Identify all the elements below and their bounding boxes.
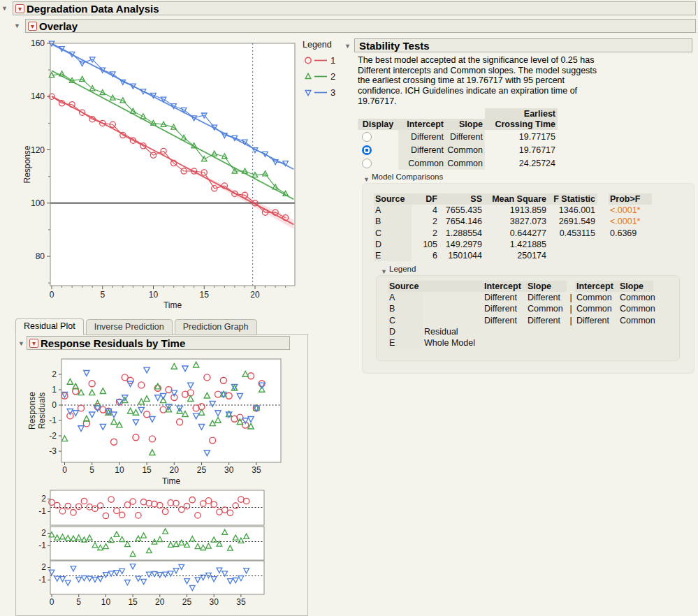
table-cell: Whole Model	[423, 337, 483, 349]
table-cell	[423, 292, 483, 303]
disclosure-triangle-residuals[interactable]: ▼	[18, 340, 24, 347]
svg-text:15: 15	[128, 597, 138, 607]
svg-text:5: 5	[100, 290, 105, 300]
column-header: Slope	[618, 281, 653, 292]
table-cell: D	[374, 239, 412, 250]
anova-table: SourceDFSSMean SquareF StatisticProb>FA4…	[374, 193, 652, 261]
disclosure-triangle-overlay[interactable]: ▼	[14, 22, 20, 29]
triangle-down-marker-icon	[303, 87, 330, 98]
table-cell: Common	[618, 292, 653, 303]
svg-text:2: 2	[52, 369, 57, 379]
table-cell: 1.288554	[439, 228, 484, 239]
triangle-up-marker-icon	[303, 71, 330, 82]
red-triangle-menu-icon[interactable]: ▾	[15, 4, 24, 13]
svg-text:Time: Time	[163, 300, 182, 310]
table-cell: Common	[446, 143, 485, 156]
table-cell: Different	[483, 303, 526, 314]
column-header: Display	[358, 119, 398, 130]
svg-text:35: 35	[252, 465, 261, 475]
tab-residual-plot[interactable]: Residual Plot	[15, 318, 84, 335]
column-header	[423, 281, 483, 292]
svg-text:25: 25	[197, 465, 207, 475]
column-header	[567, 281, 575, 292]
display-radio-3[interactable]	[362, 159, 372, 168]
table-cell: Common	[618, 303, 653, 314]
display-radio-cell	[358, 156, 398, 170]
table-cell: 2691.549	[548, 216, 597, 227]
overlay-plot[interactable]: 0510152080100120140160TimeResponse	[21, 39, 328, 315]
legend-item-3: 3	[303, 87, 335, 98]
table-cell	[567, 337, 575, 349]
table-cell: 105	[412, 239, 439, 250]
residuals-panel-plot[interactable]: 2-12-12-105101520253035	[24, 485, 305, 613]
column-header: Intercept	[575, 281, 618, 292]
table-cell	[423, 303, 483, 314]
svg-text:15: 15	[142, 465, 152, 475]
table-cell: A	[374, 205, 412, 216]
legend-item-label: 2	[330, 71, 335, 82]
svg-text:10: 10	[115, 465, 124, 475]
svg-text:160: 160	[31, 39, 45, 48]
svg-text:20: 20	[155, 597, 165, 607]
svg-text:Residuals: Residuals	[37, 393, 47, 430]
column-header: Mean Square	[484, 193, 548, 205]
outline-bar-stability: Stability Tests	[354, 38, 692, 52]
svg-text:-1: -1	[49, 416, 57, 425]
table-cell	[423, 315, 483, 326]
svg-text:10: 10	[149, 290, 159, 300]
page-title: Degradation Data Analysis	[27, 3, 159, 15]
svg-text:-3: -3	[49, 446, 57, 456]
residuals-scatter-plot[interactable]: 210-1-2-305101520253035TimeResponseResid…	[28, 353, 307, 489]
svg-text:1: 1	[52, 385, 57, 395]
display-radio-2[interactable]	[362, 145, 372, 155]
column-header: Slope	[526, 281, 567, 292]
table-cell: C	[388, 315, 423, 326]
svg-text:140: 140	[31, 91, 45, 101]
table-cell: <.0001*	[609, 216, 652, 227]
disclosure-triangle-stability[interactable]: ▼	[344, 43, 351, 50]
table-cell: Common	[575, 292, 618, 303]
tab-prediction-graph[interactable]: Prediction Graph	[175, 319, 257, 335]
table-cell: 0.6369	[609, 228, 652, 239]
svg-text:100: 100	[31, 198, 45, 208]
legend-item-1: 1	[303, 55, 335, 66]
column-header: F Statistic	[548, 193, 597, 205]
disclosure-triangle-model-comparisons[interactable]: ▼	[363, 176, 370, 183]
spacer-cell	[597, 216, 609, 227]
red-triangle-menu-icon[interactable]: ▾	[28, 22, 37, 31]
table-cell: 7655.435	[439, 205, 484, 216]
table-cell	[618, 337, 653, 349]
table-cell	[526, 326, 567, 337]
tab-inverse-prediction[interactable]: Inverse Prediction	[86, 319, 173, 335]
svg-text:Time: Time	[162, 476, 181, 486]
column-header: Prob>F	[609, 193, 652, 205]
table-cell	[483, 337, 526, 349]
disclosure-triangle-root[interactable]: ▼	[1, 5, 8, 12]
table-cell: C	[374, 228, 412, 239]
table-cell: 1.421885	[484, 239, 548, 250]
table-cell: 1913.859	[484, 205, 548, 216]
svg-text:0: 0	[62, 465, 67, 475]
table-cell: B	[388, 303, 423, 314]
column-header: DF	[412, 193, 439, 205]
table-cell: |	[567, 303, 575, 314]
disclosure-triangle-anova-legend[interactable]: ▼	[381, 268, 387, 275]
table-cell: E	[374, 250, 412, 261]
table-cell: Different	[526, 315, 567, 326]
svg-text:25: 25	[182, 597, 192, 607]
table-cell: 1501044	[439, 250, 484, 261]
svg-text:15: 15	[200, 290, 210, 300]
table-cell: Different	[446, 130, 485, 143]
display-radio-1[interactable]	[362, 132, 372, 142]
table-cell: 19.76717	[485, 143, 558, 156]
table-cell: 2	[412, 228, 439, 239]
column-header: Source	[388, 281, 423, 292]
red-triangle-menu-icon[interactable]: ▾	[29, 339, 38, 348]
svg-text:10: 10	[101, 597, 111, 607]
table-cell: Different	[398, 143, 446, 156]
tab-bar: Residual PlotInverse PredictionPredictio…	[15, 318, 259, 335]
svg-text:20: 20	[170, 465, 180, 475]
outline-bar-degradation: ▾ Degradation Data Analysis	[13, 1, 696, 15]
table-cell: 250174	[484, 250, 548, 261]
legend-item-label: 1	[330, 55, 335, 66]
